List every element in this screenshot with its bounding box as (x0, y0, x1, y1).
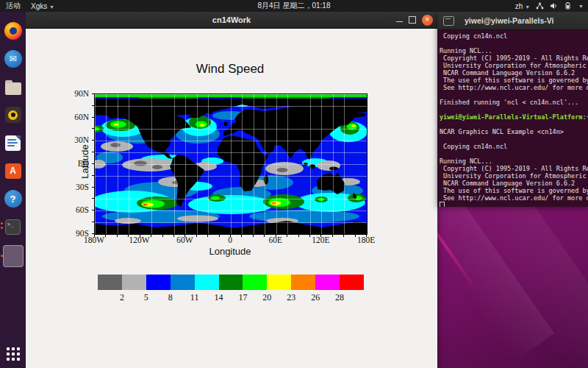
x-tick-label: 60W (176, 236, 193, 244)
terminal-line (440, 121, 588, 128)
desktop-wallpaper (437, 206, 588, 368)
terminal-line: See http://www.ncl.ucar.edu/ for more de (440, 84, 588, 91)
close-button[interactable]: × (422, 15, 433, 26)
x-tick-label: 180E (357, 236, 375, 244)
colorbar-label: 20 (262, 292, 271, 303)
terminal-line: NCAR Command Language Version 6.6.2 (440, 69, 588, 77)
map-graphic (95, 94, 367, 234)
terminal-line: University Corporation for Atmospheric R (440, 172, 588, 180)
colorbar-label: 11 (190, 292, 199, 303)
maximize-button[interactable] (409, 16, 416, 24)
terminal-line: NCAR Graphics NCL Example <cn14n> (440, 128, 588, 135)
terminal-line: Copying cn14n.ncl (440, 143, 588, 150)
x-tick-label: 120E (312, 236, 329, 244)
dock-item-rhythmbox[interactable] (0, 101, 26, 129)
y-axis-ticks (92, 93, 94, 234)
help-icon: ? (4, 190, 22, 208)
terminal-window: yiwei@yiwei-Parallels-Vi Copying cn14n.n… (437, 12, 588, 206)
terminal-line: Copyright (C) 1995-2019 - All Rights Res (440, 54, 588, 62)
dock-item-terminal[interactable]: >_ (0, 213, 26, 241)
terminal-line: Copying cn14n.ncl (440, 32, 588, 40)
desktop: 活动 Xgks ▼ 8月4日 星期二，01:18 zh ▼ ▼ ✉ A ? (0, 0, 588, 368)
terminal-line: The use of this software is governed by (440, 187, 588, 194)
running-indicator-dot (1, 255, 3, 257)
minimize-button[interactable] (396, 21, 403, 23)
terminal-line: Copyright (C) 1995-2019 - All Rights Res (440, 165, 588, 172)
x-axis-label: Longitude (94, 246, 366, 257)
colorbar-cell (219, 275, 243, 290)
activities-button[interactable]: 活动 (6, 1, 21, 11)
window-title: cn14Work (212, 15, 251, 24)
x-tick-label: 0 (228, 236, 232, 244)
network-icon[interactable] (536, 2, 544, 10)
terminal-line: See http://www.ncl.ucar.edu/ for more de (440, 194, 588, 202)
x-tick-label: 60E (268, 236, 282, 244)
plot-canvas: Wind Speed Latitude (26, 29, 437, 368)
colorbar-label: 14 (215, 292, 223, 303)
dock-item-xgks-window[interactable] (0, 241, 26, 272)
y-tick-label: 90N (68, 89, 89, 98)
dock-item-firefox[interactable] (0, 17, 26, 45)
terminal-cursor (440, 202, 445, 207)
world-map-contour-plot (94, 93, 368, 235)
terminal-titlebar[interactable]: yiwei@yiwei-Parallels-Vi (437, 12, 588, 30)
colorbar-label: 8 (168, 292, 173, 303)
chevron-down-icon: ▼ (525, 4, 530, 10)
colorbar-label: 2 (120, 292, 124, 303)
clock[interactable]: 8月4日 星期二，01:18 (0, 1, 588, 11)
system-menu-caret-icon[interactable]: ▼ (578, 4, 584, 9)
dock-item-help[interactable]: ? (0, 185, 26, 213)
plot-window-titlebar[interactable]: cn14Work × (26, 12, 437, 29)
ubuntu-software-icon: A (5, 163, 21, 179)
top-bar: 活动 Xgks ▼ 8月4日 星期二，01:18 zh ▼ ▼ (0, 0, 588, 12)
dock-item-ubuntu-software[interactable]: A (0, 157, 26, 185)
colorbar-cell (171, 275, 195, 290)
show-applications-button[interactable] (7, 347, 20, 361)
colorbar-label: 17 (238, 292, 247, 303)
input-method-indicator[interactable]: zh ▼ (515, 2, 530, 10)
colorbar-label: 5 (144, 292, 148, 303)
dock-item-libreoffice-writer[interactable] (0, 129, 26, 157)
terminal-title: yiwei@yiwei-Parallels-Vi (465, 16, 554, 25)
xgks-window-thumbnail-icon (3, 245, 24, 267)
firefox-icon (4, 22, 22, 40)
terminal-line: University Corporation for Atmospheric R (440, 62, 588, 69)
plot-window: cn14Work × Wind Speed Latitude (26, 12, 437, 368)
app-menu[interactable]: Xgks ▼ (31, 2, 54, 10)
window-icon (443, 16, 454, 26)
terminal-line (440, 40, 588, 47)
chart-title: Wind Speed (94, 62, 366, 77)
colorbar-label: 26 (311, 292, 320, 303)
y-tick-label: 30N (68, 135, 89, 144)
colorbar-cell (122, 275, 146, 290)
x-tick-label: 180W (84, 236, 104, 244)
terminal-line: Running NCL... (440, 158, 588, 165)
terminal-line: NCAR Command Language Version 6.6.2 (440, 180, 588, 187)
terminal-line (440, 106, 588, 113)
dock-item-files[interactable] (0, 73, 26, 101)
rhythmbox-icon (5, 107, 21, 123)
y-tick-label: 60N (68, 113, 89, 121)
colorbar-cell (267, 275, 291, 290)
dock: ✉ A ? >_ (0, 12, 26, 368)
y-tick-label: EQ (68, 159, 89, 168)
colorbar-cell (146, 275, 171, 290)
colorbar-cell (340, 275, 364, 290)
terminal-line: Finished running 'ncl < cn14n.ncl'... (440, 99, 588, 106)
colorbar-cell (195, 275, 219, 290)
y-tick-label: 60S (68, 205, 89, 214)
terminal-line (440, 135, 588, 143)
libreoffice-writer-icon (5, 135, 21, 151)
terminal-line: yiwei@yiwei-Parallels-Virtual-Platform:~… (440, 113, 588, 121)
colorbar-cell (98, 275, 122, 290)
colorbar-cell (291, 275, 315, 290)
terminal-output[interactable]: Copying cn14n.nclRunning NCL... Copyrigh… (437, 30, 588, 207)
terminal-line: The use of this software is governed by (440, 77, 588, 84)
battery-icon[interactable] (564, 2, 573, 10)
running-indicator-dot (1, 227, 3, 229)
volume-icon[interactable] (550, 2, 558, 10)
terminal-line (440, 202, 588, 207)
colorbar-label: 28 (335, 292, 344, 303)
dock-item-thunderbird[interactable]: ✉ (0, 45, 26, 73)
chevron-down-icon: ▼ (49, 4, 54, 10)
